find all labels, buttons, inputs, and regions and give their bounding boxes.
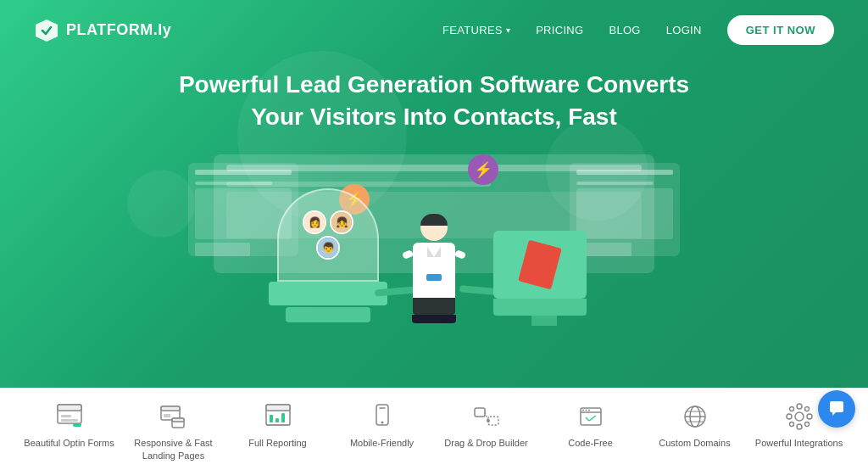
- logo[interactable]: PLATFORM.ly: [34, 18, 171, 43]
- landing-pages-icon: [157, 400, 191, 434]
- avatar-1: 👩: [303, 210, 326, 234]
- svg-marker-0: [36, 20, 58, 42]
- mobile-icon: [365, 400, 399, 434]
- feature-optin-forms-label: Beautiful Optin Forms: [24, 437, 114, 449]
- logo-icon: [34, 18, 59, 43]
- svg-point-33: [795, 412, 804, 421]
- doctor-badge: [426, 274, 442, 281]
- svg-point-35: [797, 424, 802, 429]
- svg-point-25: [588, 410, 590, 411]
- feature-landing-pages: Responsive & Fast Landing Pages: [127, 400, 220, 462]
- feature-optin-forms: Beautiful Optin Forms: [23, 400, 116, 449]
- chevron-down-icon: ▾: [506, 25, 510, 35]
- feature-domains-label: Custom Domains: [659, 437, 730, 449]
- svg-rect-5: [73, 423, 81, 427]
- svg-point-39: [804, 407, 809, 411]
- svg-rect-3: [61, 415, 71, 417]
- dome-container: 👩 👧 👦: [269, 188, 387, 324]
- integrations-icon: [782, 400, 816, 434]
- feature-code-free-label: Code-Free: [568, 437, 613, 449]
- svg-point-37: [807, 414, 812, 419]
- get-it-now-button[interactable]: GET IT NOW: [727, 15, 834, 45]
- right-box: [493, 231, 595, 324]
- right-box-base: [493, 299, 587, 316]
- feature-domains: Custom Domains: [648, 400, 742, 449]
- feature-drag-drop: Drag & Drop Builder: [440, 400, 533, 449]
- chat-bubble[interactable]: [818, 390, 855, 428]
- svg-point-40: [789, 422, 793, 427]
- svg-rect-15: [281, 413, 285, 422]
- feature-code-free: Code-Free: [544, 400, 637, 449]
- features-bar: Beautiful Optin Forms Responsive & Fast …: [0, 388, 868, 470]
- reporting-icon: [261, 400, 295, 434]
- svg-point-22: [487, 419, 490, 422]
- dome-glass: 👩 👧 👦: [277, 188, 379, 282]
- avatar-2: 👧: [330, 210, 353, 234]
- feature-reporting-label: Full Reporting: [248, 437, 306, 449]
- domains-icon: [678, 400, 712, 434]
- svg-rect-14: [275, 418, 279, 422]
- optin-forms-icon: [53, 400, 86, 434]
- svg-point-34: [797, 404, 802, 409]
- svg-line-27: [589, 416, 596, 421]
- svg-point-38: [789, 407, 793, 411]
- hero-section: Powerful Lead Generation Software Conver…: [0, 60, 868, 133]
- page-wrapper: PLATFORM.ly FEATURES ▾ PRICING BLOG LOGI…: [0, 0, 868, 470]
- svg-point-24: [585, 410, 587, 411]
- nav-login[interactable]: LOGIN: [666, 24, 702, 36]
- svg-point-23: [582, 410, 584, 411]
- svg-rect-4: [61, 419, 78, 422]
- navbar: PLATFORM.ly FEATURES ▾ PRICING BLOG LOGI…: [0, 0, 868, 60]
- feature-mobile: Mobile-Friendly: [336, 400, 429, 449]
- feature-reporting: Full Reporting: [231, 400, 325, 449]
- dome-base: [269, 282, 387, 305]
- nav-pricing[interactable]: PRICING: [536, 24, 583, 36]
- doctor-body: [413, 243, 455, 298]
- nav-blog[interactable]: BLOG: [609, 24, 640, 36]
- feature-mobile-label: Mobile-Friendly: [350, 437, 414, 449]
- feature-landing-pages-label: Responsive & Fast Landing Pages: [127, 437, 220, 462]
- lightning-purple-badge: ⚡: [468, 154, 498, 185]
- svg-rect-2: [58, 405, 81, 411]
- svg-rect-12: [266, 405, 290, 411]
- chat-icon: [827, 400, 846, 418]
- svg-rect-13: [270, 415, 273, 422]
- doctor-head: [420, 214, 448, 241]
- book-icon: [518, 239, 562, 289]
- feature-drag-drop-label: Drag & Drop Builder: [444, 437, 527, 449]
- hero-title: Powerful Lead Generation Software Conver…: [171, 69, 697, 133]
- svg-point-41: [804, 422, 809, 427]
- illustration-area: ⚡ ⚡ 👩 👧 👦: [0, 137, 868, 341]
- svg-point-36: [787, 414, 792, 419]
- right-box-leg: [531, 316, 557, 326]
- doctor-legs: [413, 298, 455, 315]
- svg-point-18: [381, 422, 383, 424]
- svg-rect-8: [164, 414, 170, 417]
- nav-links: FEATURES ▾ PRICING BLOG LOGIN GET IT NOW: [442, 15, 834, 45]
- right-box-body: [493, 231, 587, 299]
- svg-rect-7: [161, 406, 180, 411]
- doctor-shoes: [412, 315, 456, 323]
- avatar-group: 👩 👧 👦: [303, 210, 353, 260]
- svg-rect-20: [475, 408, 485, 417]
- nav-features[interactable]: FEATURES ▾: [442, 24, 510, 36]
- feature-integrations-label: Powerful Integrations: [755, 437, 843, 449]
- doctor-figure: [404, 214, 464, 324]
- logo-text: PLATFORM.ly: [66, 21, 171, 39]
- doctor-hair: [420, 214, 448, 226]
- svg-rect-10: [172, 418, 184, 422]
- svg-line-26: [586, 417, 589, 421]
- avatar-3: 👦: [316, 236, 340, 260]
- code-free-icon: [574, 400, 608, 434]
- dome-base-2: [286, 307, 370, 322]
- drag-drop-icon: [470, 400, 504, 434]
